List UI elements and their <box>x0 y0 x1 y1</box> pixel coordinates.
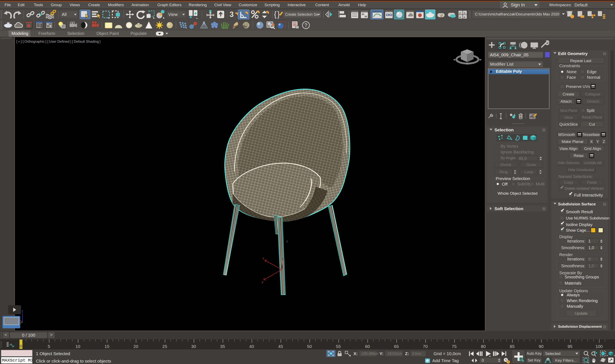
svg-text:5: 5 <box>48 344 50 349</box>
svg-text:x: x <box>263 257 264 260</box>
svg-text:60: 60 <box>365 344 370 349</box>
svg-text:z: z <box>22 309 23 313</box>
svg-text:y: y <box>262 280 263 284</box>
svg-text:55: 55 <box>336 344 341 349</box>
svg-text:40: 40 <box>249 344 254 349</box>
svg-text:70: 70 <box>423 344 427 349</box>
svg-text:45: 45 <box>278 344 283 349</box>
svg-text:10: 10 <box>75 344 80 349</box>
svg-text:20: 20 <box>133 344 138 349</box>
svg-text:?: ? <box>304 22 308 28</box>
svg-text:65: 65 <box>394 344 399 349</box>
svg-text:35: 35 <box>220 344 225 349</box>
svg-text:80: 80 <box>481 344 486 349</box>
svg-text:25: 25 <box>162 344 167 349</box>
svg-text:75: 75 <box>452 344 456 349</box>
svg-text:}: } <box>277 10 280 19</box>
svg-text:z: z <box>286 239 288 243</box>
svg-text:90: 90 <box>539 344 543 349</box>
svg-text:0x: 0x <box>243 25 247 28</box>
svg-text:50: 50 <box>307 344 312 349</box>
svg-text:3: 3 <box>230 10 234 19</box>
svg-text:{: { <box>274 10 277 19</box>
svg-text:100: 100 <box>595 344 603 349</box>
svg-text:95: 95 <box>568 344 572 349</box>
svg-text:30: 30 <box>191 344 196 349</box>
svg-text:85: 85 <box>510 344 514 349</box>
svg-text:15: 15 <box>104 344 109 349</box>
svg-text:HF: HF <box>233 25 238 29</box>
